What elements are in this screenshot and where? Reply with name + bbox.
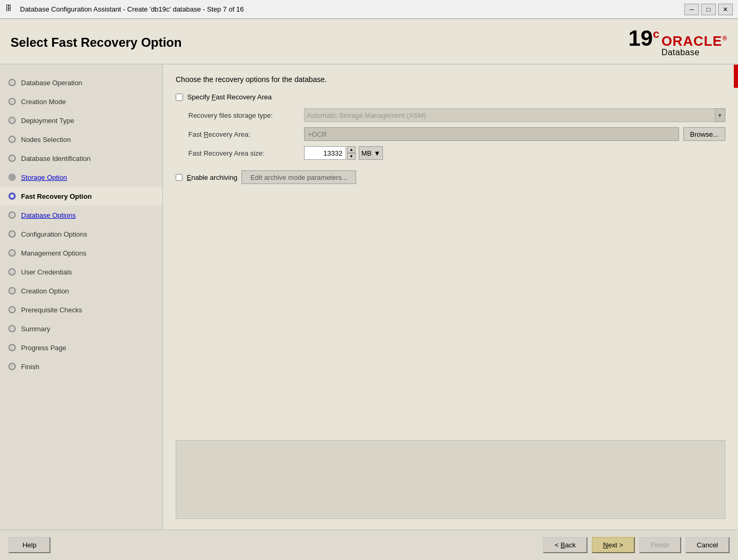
fra-size-input[interactable]: [304, 146, 346, 160]
oracle-brand-text: ORACLE® Database: [661, 34, 727, 57]
next-button[interactable]: Next >: [592, 537, 635, 553]
sidebar-bullet-database-options: [8, 211, 16, 219]
sidebar-label-database-operation: Database Operation: [21, 79, 82, 87]
fra-row: Fast Recovery Area: Browse...: [176, 127, 725, 141]
window-controls: ─ □ ✕: [684, 4, 733, 15]
storage-type-select[interactable]: Automatic Storage Management (ASM): [304, 108, 715, 122]
sidebar-bullet-storage-option: [8, 174, 16, 181]
sidebar-bullet-summary: [8, 325, 16, 332]
window-title: Database Configuration Assistant - Creat…: [20, 5, 244, 13]
sidebar-bullet-deployment-type: [8, 117, 16, 124]
step-indicator-bar: [734, 65, 738, 88]
sidebar-label-prerequisite-checks: Prerequisite Checks: [21, 306, 82, 314]
sidebar-item-finish[interactable]: Finish: [0, 357, 163, 376]
browse-button[interactable]: Browse...: [683, 127, 725, 141]
sidebar-label-finish: Finish: [21, 363, 39, 371]
title-left: 🗄 Database Configuration Assistant - Cre…: [5, 4, 244, 15]
sidebar-label-creation-mode: Creation Mode: [21, 98, 66, 106]
sidebar-bullet-configuration-options: [8, 230, 16, 238]
app-header: Select Fast Recovery Option 19c ORACLE® …: [0, 19, 738, 65]
fra-size-unit-arrow: ▼: [374, 149, 381, 157]
cancel-button[interactable]: Cancel: [685, 537, 730, 553]
sidebar-bullet-progress-page: [8, 344, 16, 351]
footer-left-buttons: Help: [8, 537, 50, 553]
storage-type-dropdown-wrapper: Automatic Storage Management (ASM) ▼: [304, 108, 725, 122]
main-content-area: Choose the recovery options for the data…: [163, 65, 738, 530]
sidebar-bullet-management-options: [8, 249, 16, 257]
sidebar-item-management-options[interactable]: Management Options: [0, 243, 163, 262]
sidebar-bullet-creation-option: [8, 287, 16, 294]
app-container: Select Fast Recovery Option 19c ORACLE® …: [0, 19, 738, 560]
sidebar-label-progress-page: Progress Page: [21, 344, 66, 352]
fra-input[interactable]: [304, 127, 679, 141]
back-button[interactable]: < Back: [543, 537, 587, 553]
sidebar-label-creation-option: Creation Option: [21, 287, 69, 295]
sidebar-label-configuration-options: Configuration Options: [21, 230, 87, 238]
sidebar-item-deployment-type[interactable]: Deployment Type: [0, 111, 163, 130]
fra-size-label: Fast Recovery Area size:: [188, 149, 304, 157]
sidebar-item-database-operation[interactable]: Database Operation: [0, 73, 163, 92]
fra-size-increment-button[interactable]: ▲: [347, 146, 356, 153]
oracle-subtitle: Database: [661, 48, 700, 57]
finish-button[interactable]: Finish: [639, 537, 681, 553]
sidebar-item-database-identification[interactable]: Database Identification: [0, 149, 163, 168]
sidebar-bullet-fast-recovery-option: [8, 192, 16, 200]
archiving-row: Enable archiving Edit archive mode param…: [176, 170, 725, 184]
sidebar-label-nodes-selection: Nodes Selection: [21, 136, 71, 144]
sidebar-item-fast-recovery-option[interactable]: Fast Recovery Option: [0, 187, 163, 206]
sidebar-item-summary[interactable]: Summary: [0, 319, 163, 338]
sidebar-label-summary: Summary: [21, 325, 50, 333]
storage-type-dropdown-arrow[interactable]: ▼: [715, 108, 725, 122]
sidebar-item-user-credentials[interactable]: User Credentials: [0, 262, 163, 281]
instruction-text: Choose the recovery options for the data…: [176, 75, 725, 84]
sidebar-item-progress-page[interactable]: Progress Page: [0, 338, 163, 357]
sidebar-item-database-options[interactable]: Database Options: [0, 206, 163, 225]
specify-fra-checkbox[interactable]: [176, 94, 183, 101]
help-button[interactable]: Help: [8, 537, 50, 553]
oracle-version: 19c: [628, 27, 659, 49]
footer-right-buttons: < Back Next > Finish Cancel: [543, 537, 730, 553]
enable-archiving-checkbox[interactable]: [176, 174, 183, 181]
fra-size-spinner-wrapper: ▲ ▼ MB ▼: [304, 146, 383, 160]
app-body: Database Operation Creation Mode Deploym…: [0, 65, 738, 530]
storage-type-label: Recovery files storage type:: [188, 111, 304, 119]
sidebar-label-management-options: Management Options: [21, 249, 86, 257]
sidebar-label-database-options[interactable]: Database Options: [21, 211, 76, 219]
page-title: Select Fast Recovery Option: [11, 35, 181, 50]
sidebar-bullet-finish: [8, 363, 16, 370]
minimize-button[interactable]: ─: [684, 4, 699, 15]
fra-size-row: Fast Recovery Area size: ▲ ▼ MB ▼: [176, 146, 725, 160]
maximize-button[interactable]: □: [701, 4, 716, 15]
fra-size-spinner-buttons: ▲ ▼: [347, 146, 356, 160]
sidebar-item-nodes-selection[interactable]: Nodes Selection: [0, 130, 163, 149]
oracle-logo: 19c ORACLE® Database: [628, 27, 727, 57]
sidebar: Database Operation Creation Mode Deploym…: [0, 65, 163, 530]
oracle-superscript: c: [653, 27, 659, 40]
sidebar-item-storage-option[interactable]: Storage Option: [0, 168, 163, 187]
fra-size-unit-label: MB: [361, 149, 372, 157]
sidebar-label-deployment-type: Deployment Type: [21, 117, 74, 125]
info-box: [176, 440, 725, 519]
sidebar-bullet-database-operation: [8, 79, 16, 86]
sidebar-bullet-creation-mode: [8, 98, 16, 105]
edit-archive-params-button[interactable]: Edit archive mode parameters...: [241, 170, 356, 184]
sidebar-label-user-credentials: User Credentials: [21, 268, 72, 276]
specify-fra-label[interactable]: Specify Fast Recovery Area: [187, 93, 271, 101]
fra-size-decrement-button[interactable]: ▼: [347, 153, 356, 160]
app-footer: Help < Back Next > Finish Cancel: [0, 530, 738, 560]
sidebar-label-fast-recovery-option: Fast Recovery Option: [21, 192, 92, 200]
sidebar-item-configuration-options[interactable]: Configuration Options: [0, 225, 163, 243]
sidebar-label-database-identification: Database Identification: [21, 155, 90, 162]
app-icon: 🗄: [5, 4, 16, 15]
window-titlebar: 🗄 Database Configuration Assistant - Cre…: [0, 0, 738, 19]
oracle-name: ORACLE®: [661, 34, 727, 48]
fra-size-unit-dropdown[interactable]: MB ▼: [359, 146, 383, 160]
enable-archiving-label[interactable]: Enable archiving: [187, 174, 237, 181]
close-button[interactable]: ✕: [718, 4, 733, 15]
sidebar-item-creation-mode[interactable]: Creation Mode: [0, 92, 163, 111]
sidebar-item-creation-option[interactable]: Creation Option: [0, 281, 163, 300]
sidebar-bullet-nodes-selection: [8, 136, 16, 143]
sidebar-item-prerequisite-checks[interactable]: Prerequisite Checks: [0, 300, 163, 319]
sidebar-label-storage-option[interactable]: Storage Option: [21, 174, 67, 181]
sidebar-bullet-database-identification: [8, 155, 16, 162]
